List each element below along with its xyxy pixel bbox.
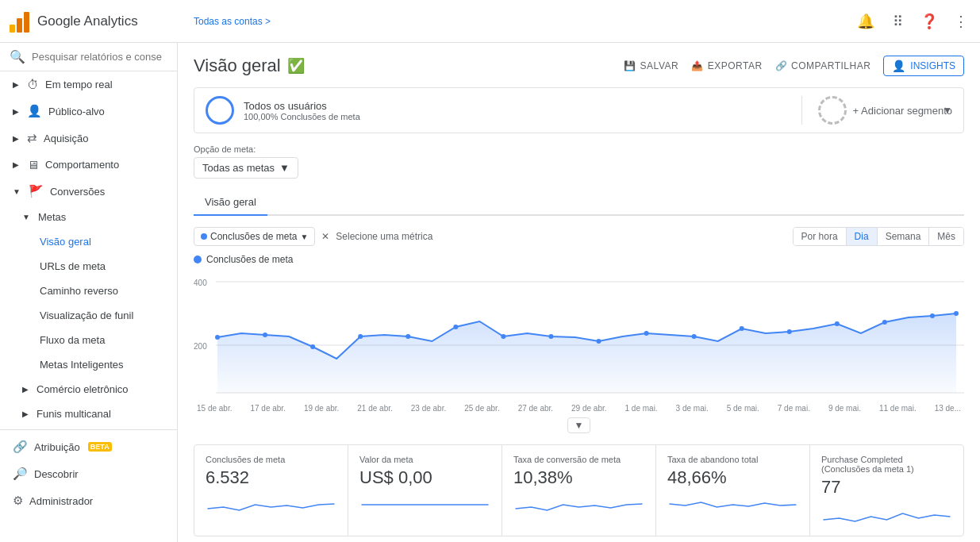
chevron-down-icon: ▼ [13,187,21,196]
chart-svg: 400 200 [194,270,964,401]
insights-button[interactable]: 👤 INSIGHTS [883,56,964,76]
sidebar-item-label: Público-alvo [48,106,105,117]
chevron-down-icon: ▼ [22,213,30,221]
flag-icon: 🚩 [29,184,44,198]
x-label: 1 de mai. [625,404,658,413]
time-btn-semana[interactable]: Semana [878,228,930,245]
metric-label: Valor da meta [359,455,490,464]
metric-value: 6.532 [206,467,336,488]
sidebar-item-behavior[interactable]: ▶ 🖥 Comportamento [0,152,177,178]
more-vertical-icon[interactable]: ⋮ [951,12,970,31]
x-label: 21 de abr. [357,404,392,413]
search-bar[interactable]: 🔍 [0,43,177,71]
export-icon: 📤 [691,60,704,71]
sidebar-item-visualizacao-funil[interactable]: Visualização de funil [0,303,177,328]
bell-icon[interactable]: 🔔 [856,12,875,31]
legend-label: Conclusões de meta [206,254,293,265]
save-button[interactable]: 💾 SALVAR [624,60,678,71]
share-button[interactable]: 🔗 COMPARTILHAR [775,60,871,71]
sidebar-item-fluxo-meta[interactable]: Fluxo da meta [0,328,177,352]
sidebar-divider [0,429,177,430]
chevron-down-icon: ▼ [300,233,308,241]
x-label: 19 de abr. [304,404,339,413]
search-input[interactable] [32,51,167,63]
segment-divider [801,96,802,125]
sidebar-item-funis[interactable]: ▶ Funis multicanal [0,402,177,426]
person-icon: 👤 [27,104,42,118]
help-icon[interactable]: ❓ [920,12,939,31]
grid-icon[interactable]: ⠿ [888,12,907,31]
time-btn-dia[interactable]: Dia [847,228,878,245]
meta-option: Opção de meta: Todas as metas ▼ [194,144,964,179]
screen-icon: 🖥 [27,158,39,171]
page-title-row: Visão geral ✅ [194,56,305,76]
sidebar-item-label: Visualização de funil [40,309,133,321]
link-icon: 🔗 [13,440,28,454]
page-title: Visão geral [194,56,281,76]
logo-icon [10,10,29,33]
segment-area: Todos os usuários 100,00% Conclusões de … [194,87,964,133]
sidebar-item-label: Aquisição [44,133,88,144]
sidebar-item-urls-meta[interactable]: URLs de meta [0,254,177,279]
remove-metric-button[interactable]: ✕ [321,231,329,242]
page-header: Visão geral ✅ 💾 SALVAR 📤 EXPORTAR 🔗 COMP… [194,56,964,76]
chevron-right-icon: ▶ [13,80,19,89]
chart-dot [263,333,267,337]
chart-dot [692,334,697,339]
search-icon: 🔍 [10,49,25,64]
sidebar-item-label: Funis multicanal [37,408,111,420]
chart-dot [453,325,458,329]
sidebar-item-label: Metas [38,211,66,223]
x-label: 25 de abr. [464,404,499,413]
sidebar-item-audience[interactable]: ▶ 👤 Público-alvo [0,98,177,125]
sidebar-item-metas-inteligentes[interactable]: Metas Inteligentes [0,352,177,377]
scroll-button[interactable]: ▼ [567,417,591,433]
sidebar-item-conversions[interactable]: ▼ 🚩 Conversões [0,178,177,205]
chart-controls: Conclusões de meta ▼ ✕ Selecione uma mét… [194,227,964,246]
gear-icon: ⚙ [13,494,23,508]
metric-label: Taxa de abandono total [667,455,798,464]
time-btn-mes[interactable]: Mês [929,228,963,245]
metric-mini-chart [821,502,952,526]
sidebar-item-label: Caminho reverso [40,285,118,297]
metas-submenu: Visão geral URLs de meta Caminho reverso… [0,229,177,377]
segment-sub: 100,00% Conclusões de meta [244,112,360,121]
chart-container: 400 200 [194,270,964,401]
sidebar-item-visao-geral[interactable]: Visão geral [0,229,177,254]
content-area: Visão geral ✅ 💾 SALVAR 📤 EXPORTAR 🔗 COMP… [178,43,980,542]
scroll-indicator: ▼ [194,417,964,433]
sidebar-item-administrador[interactable]: ⚙ Administrador [0,487,177,514]
sidebar-item-atribuicao[interactable]: 🔗 Atribuição BETA [0,433,177,460]
sidebar-item-acquisition[interactable]: ▶ ⇄ Aquisição [0,125,177,152]
discover-icon: 🔎 [13,467,28,481]
chevron-down-icon: ▼ [279,162,290,174]
metric-label: Taxa de conversão de meta [513,455,644,464]
sidebar-item-realtime[interactable]: ▶ ⏱ Em tempo real [0,71,177,98]
sidebar-item-label: Fluxo da meta [40,334,105,346]
sidebar-item-metas[interactable]: ▼ Metas [0,205,177,229]
tab-visao-geral[interactable]: Visão geral [194,190,267,216]
beta-badge: BETA [88,442,112,452]
add-segment-button[interactable]: + Adicionar segmento [818,96,952,125]
chart-dot [548,334,553,339]
dropdown-arrow-icon[interactable]: ▼ [943,105,952,116]
breadcrumb-link[interactable]: Todas as contas > [194,16,271,27]
x-label: 3 de mai. [676,404,709,413]
sidebar-item-descobrir[interactable]: 🔎 Descobrir [0,460,177,487]
sidebar-item-comercio[interactable]: ▶ Comércio eletrônico [0,377,177,402]
metric-value: US$ 0,00 [359,467,490,488]
sidebar-item-label: Metas Inteligentes [40,359,124,371]
sidebar-item-label: Comércio eletrônico [37,383,129,395]
chart-dot [215,335,220,340]
chart-dot [882,320,887,325]
export-button[interactable]: 📤 EXPORTAR [691,60,762,71]
metric-card-taxa-abandono: Taxa de abandono total 48,66% [656,445,810,536]
sidebar-item-caminho-reverso[interactable]: Caminho reverso [0,279,177,303]
chevron-right-icon: ▶ [22,385,29,394]
meta-select-dropdown[interactable]: Todas as metas ▼ [194,157,298,179]
metric-btn[interactable]: Conclusões de meta ▼ [194,227,315,246]
metric-label: Purchase Completed (Conclusões da meta 1… [821,455,952,474]
clock-icon: ⏱ [27,78,39,91]
primary-segment-card[interactable]: Todos os usuários 100,00% Conclusões de … [206,96,786,125]
time-btn-por-hora[interactable]: Por hora [794,228,847,245]
